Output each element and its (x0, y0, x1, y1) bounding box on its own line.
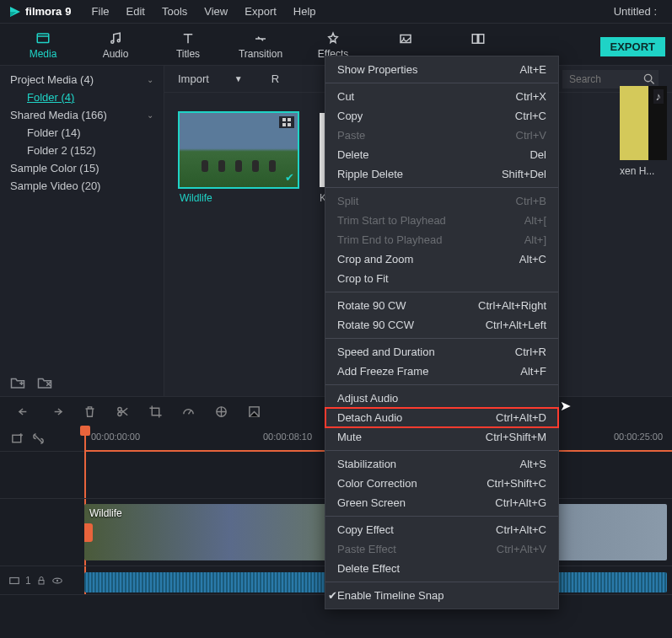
tab-media[interactable]: Media (7, 31, 79, 65)
import-dropdown[interactable]: Import ▼ (178, 72, 243, 85)
record-label[interactable]: R (271, 72, 279, 85)
search-icon[interactable] (643, 73, 655, 85)
tree-item[interactable]: Folder 2 (152) (0, 142, 164, 159)
tree-item[interactable]: Sample Color (15) (0, 159, 164, 177)
audio-icon: ♪ (653, 89, 664, 104)
menu-edit[interactable]: Edit (118, 5, 153, 18)
menu-help[interactable]: Help (285, 5, 325, 18)
ctx-paste-effect: Paste EffectCtrl+Alt+V (325, 539, 558, 559)
splitscreen-icon (470, 31, 487, 46)
titles-icon (180, 31, 196, 46)
ctx-delete[interactable]: DeleteDel (325, 145, 558, 164)
ctx-adjust-audio[interactable]: Adjust Audio (325, 389, 558, 408)
delete-icon[interactable] (83, 405, 97, 419)
menu-separator (325, 450, 558, 451)
ctx-crop-and-zoom[interactable]: Crop and ZoomAlt+C (325, 249, 558, 269)
check-icon: ✔ (328, 589, 337, 602)
menu-separator (325, 338, 558, 339)
lock-icon[interactable] (36, 576, 46, 586)
svg-rect-0 (37, 34, 49, 43)
app-version: 9 (65, 5, 71, 18)
ruler-tick: 00:00:00:00 (91, 432, 140, 442)
export-button[interactable]: EXPORT (600, 37, 665, 56)
speed-icon[interactable] (181, 405, 196, 419)
undo-icon[interactable] (17, 405, 31, 419)
ruler-tick: 00:00:08:10 (263, 432, 312, 442)
ctx-green-screen[interactable]: Green ScreenCtrl+Alt+G (325, 493, 558, 512)
ctx-mute[interactable]: MuteCtrl+Shift+M (325, 427, 558, 447)
delete-folder-icon[interactable] (37, 376, 52, 389)
thumb-shake[interactable]: ♪xen H... (620, 86, 667, 177)
menu-file[interactable]: File (83, 5, 118, 18)
thumb-wildlife[interactable]: ✔Wildlife (180, 113, 298, 204)
menu-view[interactable]: View (196, 5, 236, 18)
crop-icon[interactable] (148, 405, 163, 419)
ctx-trim-end-to-playhead: Trim End to PlayheadAlt+] (325, 230, 558, 249)
grid-icon (279, 116, 294, 128)
svg-rect-15 (10, 577, 19, 583)
ctx-ripple-delete[interactable]: Ripple DeleteShift+Del (325, 164, 558, 184)
svg-rect-10 (282, 123, 286, 126)
svg-rect-8 (282, 118, 286, 121)
ctx-show-properties[interactable]: Show PropertiesAlt+E (325, 60, 558, 79)
ctx-rotate-90-cw[interactable]: Rotate 90 CWCtrl+Alt+Right (325, 296, 558, 315)
svg-point-18 (56, 579, 58, 581)
svg-rect-6 (479, 35, 484, 44)
elements-icon (397, 31, 414, 46)
ctx-trim-start-to-playhead: Trim Start to PlayheadAlt+[ (325, 211, 558, 230)
ctx-split: SplitCtrl+B (325, 191, 558, 211)
filmora-logo-icon (8, 5, 22, 19)
svg-rect-5 (472, 35, 477, 44)
svg-point-2 (117, 40, 120, 42)
context-menu: Show PropertiesAlt+ECutCtrl+XCopyCtrl+CP… (325, 56, 559, 609)
new-folder-icon[interactable] (10, 376, 25, 389)
ctx-crop-to-fit[interactable]: Crop to Fit (325, 269, 558, 288)
ctx-add-freeze-frame[interactable]: Add Freeze FrameAlt+F (325, 362, 558, 381)
redo-icon[interactable] (50, 405, 64, 419)
tree-item[interactable]: Folder (4) (0, 88, 164, 106)
tab-titles[interactable]: Titles (152, 31, 224, 65)
menubar: FileEditToolsViewExportHelp (83, 5, 325, 18)
ctx-copy-effect[interactable]: Copy EffectCtrl+Alt+C (325, 520, 558, 539)
ctx-copy[interactable]: CopyCtrl+C (325, 106, 558, 126)
tab-transition[interactable]: Transition (224, 31, 297, 65)
ctx-detach-audio[interactable]: Detach AudioCtrl+Alt+D (325, 408, 558, 427)
sidebar-folder-actions (10, 376, 52, 389)
ctx-stabilization[interactable]: StabilizationAlt+S (325, 454, 558, 474)
menu-tools[interactable]: Tools (153, 5, 196, 18)
menu-separator (325, 516, 558, 517)
clip-label: Wildlife (89, 507, 122, 519)
tree-item[interactable]: Folder (14) (0, 124, 164, 142)
ctx-speed-and-duration[interactable]: Speed and DurationCtrl+R (325, 342, 558, 362)
menu-separator (325, 292, 558, 292)
filmstrip-icon (8, 575, 20, 587)
tab-audio[interactable]: Audio (79, 31, 152, 65)
eye-icon[interactable] (51, 575, 63, 587)
menu-separator (325, 384, 558, 385)
tree-item[interactable]: Shared Media (166)⌄ (0, 106, 164, 124)
ctx-delete-effect[interactable]: Delete Effect (325, 559, 558, 578)
chevron-down-icon: ⌄ (147, 110, 153, 120)
media-icon (35, 31, 51, 46)
tree-item[interactable]: Sample Video (20) (0, 177, 164, 195)
menu-export[interactable]: Export (236, 5, 285, 18)
tree-item[interactable]: Project Media (4)⌄ (0, 71, 164, 88)
svg-point-1 (111, 40, 114, 43)
ctx-rotate-90-ccw[interactable]: Rotate 90 CCWCtrl+Alt+Left (325, 315, 558, 335)
split-icon[interactable] (116, 405, 130, 419)
ctx-enable-timeline-snap[interactable]: ✔Enable Timeline Snap (325, 586, 558, 605)
ctx-color-correction[interactable]: Color CorrectionCtrl+Shift+C (325, 474, 558, 493)
import-label: Import (178, 72, 209, 85)
document-title: Untitled : (614, 5, 664, 18)
app-logo: filmora9 (8, 5, 72, 19)
add-marker-icon[interactable] (10, 432, 24, 446)
chevron-down-icon: ⌄ (147, 75, 153, 84)
color-icon[interactable] (214, 405, 228, 419)
green-screen-icon[interactable] (247, 405, 261, 419)
check-icon: ✔ (285, 171, 294, 184)
clip-trim-handle[interactable] (84, 523, 93, 542)
ctx-cut[interactable]: CutCtrl+X (325, 87, 558, 106)
svg-rect-9 (288, 118, 291, 121)
unlink-icon[interactable] (31, 432, 46, 446)
app-name: filmora (25, 5, 62, 18)
